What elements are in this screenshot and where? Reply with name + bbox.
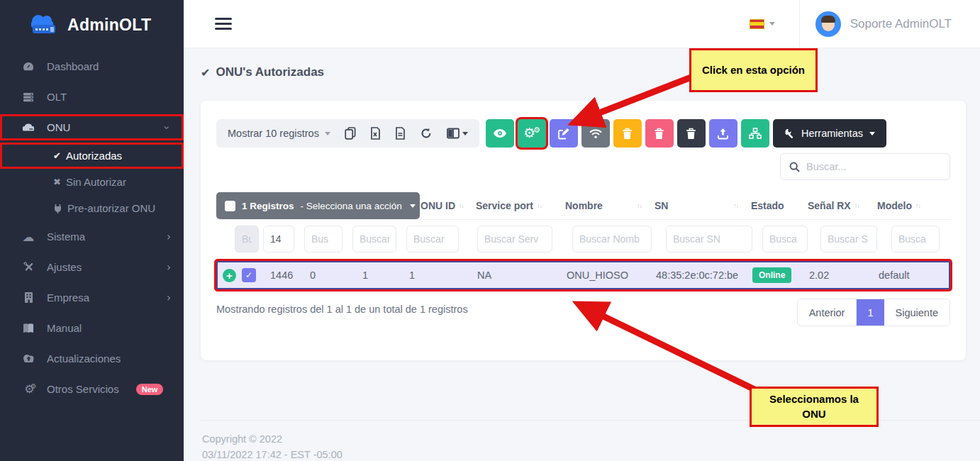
filter-senal-rx[interactable] xyxy=(820,226,877,252)
filter-board[interactable] xyxy=(304,226,343,252)
table-header: 1 Registros - Selecciona una acción ONU … xyxy=(216,191,950,220)
column-header-estado[interactable]: Estado xyxy=(742,200,799,211)
sidebar-item-ajustes[interactable]: Ajustes › xyxy=(0,252,184,282)
select-all-checkbox[interactable] xyxy=(225,201,235,211)
sidebar-item-pre-autorizar[interactable]: Pre-autorizar ONU xyxy=(0,195,184,221)
column-header-modelo[interactable]: Modelo↑↓ xyxy=(869,200,932,211)
datatable-controls: Mostrar 10 registros xyxy=(216,119,479,148)
delete-yellow-button[interactable] xyxy=(613,119,642,148)
delete-dark-button[interactable] xyxy=(677,119,706,148)
show-entries-select[interactable]: Mostrar 10 registros xyxy=(228,128,330,139)
logo-text: AdminOLT xyxy=(67,16,151,35)
pagination-prev-button[interactable]: Anterior xyxy=(798,299,857,326)
column-header-senal-rx[interactable]: Señal RX↑↓ xyxy=(799,200,869,211)
filter-estado[interactable] xyxy=(762,226,808,252)
search-input[interactable] xyxy=(806,161,941,172)
sidebar-item-label: Actualizaciones xyxy=(47,352,121,365)
pagination-page-1[interactable]: 1 xyxy=(857,299,884,326)
filter-sn[interactable] xyxy=(666,226,752,252)
tools-dropdown-button[interactable]: Herramientas xyxy=(773,119,886,148)
filter-modelo[interactable] xyxy=(891,226,940,252)
footer: Copyright © 2022 03/11/2022 17:42 - EST … xyxy=(202,431,343,461)
column-header-nombre[interactable]: Nombre↑↓ xyxy=(557,200,646,211)
chevron-down-icon xyxy=(325,132,330,135)
copyright-text: Copyright © 2022 xyxy=(202,431,343,447)
cloud-router-logo-icon xyxy=(26,13,61,37)
row-checkbox[interactable]: ✓ xyxy=(242,268,256,282)
sidebar-item-onu[interactable]: ONU › xyxy=(0,114,184,140)
table-row[interactable]: + ✓ 1446 0 1 1 NA ONU_HIOSO 48:35:2e:0c:… xyxy=(216,261,950,289)
sidebar-item-olt[interactable]: OLT xyxy=(0,82,184,112)
filter-nombre[interactable] xyxy=(572,226,652,252)
sidebar-item-sin-autorizar[interactable]: ✖ Sin Autorizar xyxy=(0,169,184,195)
onu-table-card: Mostrar 10 registros xyxy=(201,101,966,360)
cell-sn: 48:35:2e:0c:72:be xyxy=(647,270,744,281)
excel-export-button[interactable] xyxy=(370,127,381,140)
sitemap-button[interactable] xyxy=(741,119,769,148)
sort-icon[interactable]: ↑↓ xyxy=(915,202,920,209)
bulk-action-label: - Selecciona una acción xyxy=(301,201,402,211)
bulk-action-dropdown[interactable]: 1 Registros - Selecciona una acción xyxy=(216,192,420,219)
chevron-down-icon xyxy=(462,132,468,135)
edit-button[interactable] xyxy=(550,119,578,148)
tools-label: Herramientas xyxy=(801,128,863,139)
sort-icon[interactable]: ↑↓ xyxy=(537,202,542,209)
book-icon xyxy=(21,323,35,334)
filter-service-port[interactable] xyxy=(477,226,552,252)
user-menu[interactable]: Soporte AdminOLT xyxy=(799,0,980,48)
app-window: AdminOLT Dashboard OLT ONU › xyxy=(0,0,980,461)
sidebar-item-sistema[interactable]: ☁ Sistema › xyxy=(0,221,184,252)
gears-action-button[interactable]: ⚙⚙ xyxy=(518,119,546,148)
sidebar-item-actualizaciones[interactable]: Actualizaciones xyxy=(0,343,184,374)
cell-board: 0 xyxy=(301,270,354,281)
wifi-button[interactable] xyxy=(581,119,610,148)
cell-onu-id: 1 xyxy=(401,270,469,281)
new-badge: New xyxy=(136,384,164,395)
sidebar-item-empresa[interactable]: Empresa › xyxy=(0,282,184,313)
copy-button[interactable] xyxy=(345,127,356,140)
chevron-down-icon xyxy=(769,22,775,26)
building-icon xyxy=(21,291,35,304)
refresh-button[interactable] xyxy=(420,127,433,140)
annotation-select-note: Seleccionamos la ONU xyxy=(750,387,879,427)
column-header-sn[interactable]: SN↑↓ xyxy=(646,200,742,211)
sort-icon[interactable]: ↑↓ xyxy=(854,202,859,209)
language-selector[interactable] xyxy=(750,19,775,29)
upload-button[interactable] xyxy=(709,119,737,148)
chevron-right-icon: › xyxy=(167,230,171,243)
sidebar-item-otros-servicios[interactable]: ⚙⚙ Otros Servicios New xyxy=(0,374,184,404)
pagination-next-button[interactable]: Siguiente xyxy=(884,299,950,326)
chevron-right-icon: › xyxy=(167,261,171,274)
cell-service-port: NA xyxy=(469,270,558,281)
sort-icon[interactable]: ↑↓ xyxy=(637,202,642,209)
view-button[interactable] xyxy=(486,119,514,148)
delete-pink-button[interactable] xyxy=(645,119,674,148)
sort-icon[interactable]: ↑↓ xyxy=(459,202,464,209)
sidebar-item-dashboard[interactable]: Dashboard xyxy=(0,51,184,82)
filter-number[interactable] xyxy=(263,226,294,252)
sidebar-item-label: Sistema xyxy=(47,230,85,243)
expand-row-icon[interactable]: + xyxy=(223,269,236,282)
annotation-click-note: Click en esta opción xyxy=(689,48,818,92)
menu-toggle-button[interactable] xyxy=(215,15,232,33)
sidebar-item-autorizadas[interactable]: ✔ Autorizadas xyxy=(0,143,184,169)
sidebar-item-label: Empresa xyxy=(47,291,89,304)
sort-icon[interactable]: ↑↓ xyxy=(733,202,738,209)
cell-estado: Online xyxy=(744,267,801,283)
filter-port[interactable] xyxy=(352,226,396,252)
chevron-down-icon xyxy=(410,204,416,208)
pagination: Anterior 1 Siguiente xyxy=(797,299,950,326)
cloud-icon: ☁ xyxy=(21,230,35,244)
app-logo[interactable]: AdminOLT xyxy=(0,0,184,50)
file-export-button[interactable] xyxy=(395,127,406,140)
sidebar-item-label: Dashboard xyxy=(47,60,99,72)
sidebar-submenu-onu: ✔ Autorizadas ✖ Sin Autorizar Pre-autori… xyxy=(0,143,184,221)
gears-icon: ⚙⚙ xyxy=(523,126,540,140)
sidebar-item-manual[interactable]: Manual xyxy=(0,313,184,343)
columns-visibility-button[interactable] xyxy=(447,128,468,139)
chevron-down-icon: › xyxy=(160,126,173,130)
filter-onu-id[interactable] xyxy=(406,226,459,252)
column-header-service-port[interactable]: Service port↑↓ xyxy=(467,200,557,211)
server-icon xyxy=(21,91,35,104)
cell-port: 1 xyxy=(354,270,401,281)
